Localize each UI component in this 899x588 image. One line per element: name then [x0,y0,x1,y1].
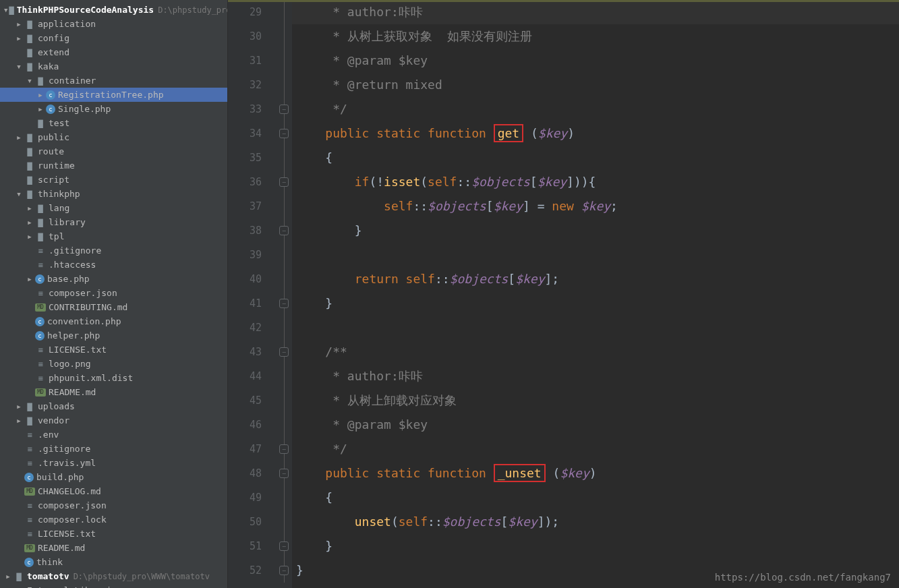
fold-toggle-icon[interactable]: − [279,541,289,551]
code-line[interactable]: self::$objects[$key] = new $key; [292,194,899,218]
tree-item--env[interactable]: ≡.env [0,428,227,442]
tree-item-public[interactable]: ▶▇public [0,130,227,144]
fold-toggle-icon[interactable]: − [279,347,289,357]
tree-item-license-txt[interactable]: ≡LICENSE.txt [0,343,227,357]
tree-item-library[interactable]: ▶▇library [0,215,227,229]
fold-toggle-icon[interactable]: − [279,299,289,308]
code-line[interactable]: } [292,291,899,316]
tree-item-changelog-md[interactable]: MDCHANGELOG.md [0,484,227,498]
tree-item-script[interactable]: ▇script [0,173,227,187]
folder-icon: ▇ [24,161,35,171]
tree-item-route[interactable]: ▇route [0,144,227,158]
tree-item--gitignore[interactable]: ≡.gitignore [0,442,227,456]
tree-item-single-php[interactable]: ▶cSingle.php [0,102,227,116]
code-line[interactable]: /** [292,340,899,364]
tree-item-think[interactable]: cthink [0,555,227,569]
tree-item-config[interactable]: ▶▇config [0,31,227,45]
php-file-icon: c [35,317,45,326]
tree-item-readme-md[interactable]: MDREADME.md [0,541,227,555]
expand-arrow-icon[interactable]: ▶ [15,403,23,410]
expand-arrow-icon[interactable]: ▶ [4,573,12,580]
fold-toggle-icon[interactable]: − [279,469,289,478]
code-editor[interactable]: 2930313233343536373839404142434445464748… [228,0,899,588]
tree-item-phpunit-xml-dist[interactable]: ≡phpunit.xml.dist [0,371,227,385]
code-line[interactable]: * @return mixed [292,73,899,97]
tree-item-extend[interactable]: ▇extend [0,45,227,59]
code-line[interactable]: * author:咔咔 [292,0,899,24]
tree-item-registrationtree-php[interactable]: ▶cRegistrationTree.php [0,88,227,102]
expand-arrow-icon[interactable]: ▶ [15,417,23,424]
tree-item-logo-png[interactable]: ≡logo.png [0,357,227,371]
tree-item-composer-json[interactable]: ≡composer.json [0,498,227,512]
fold-toggle-icon[interactable]: − [279,177,289,187]
expand-arrow-icon[interactable]: ▼ [26,78,34,84]
code-line[interactable]: return self::$objects[$key]; [292,267,899,291]
fold-toggle-icon[interactable]: − [279,129,289,138]
tree-item-helper-php[interactable]: chelper.php [0,328,227,343]
md-file-icon: MD [24,544,35,552]
tree-item-license-txt[interactable]: ≡LICENSE.txt [0,527,227,541]
tree-item--travis-yml[interactable]: ≡.travis.yml [0,456,227,470]
expand-arrow-icon[interactable]: ▶ [36,92,45,98]
tree-item-convention-php[interactable]: cconvention.php [0,314,227,328]
code-line[interactable]: * @param $key [292,413,899,437]
tree-item-tomatotv[interactable]: ▶▇tomatotvD:\phpstudy_pro\WWW\tomatotv [0,569,227,583]
tree-item-thinkphp[interactable]: ▼▇thinkphp [0,187,227,201]
code-line[interactable]: public static function _unset ($key) [292,461,899,486]
tree-item-label: helper.php [47,330,100,341]
tree-item-runtime[interactable]: ▇runtime [0,158,227,173]
expand-arrow-icon[interactable]: ▶ [15,21,23,28]
tree-item-base-php[interactable]: ▶cbase.php [0,272,227,286]
tree-item-readme-md[interactable]: MDREADME.md [0,385,227,399]
tree-item-application[interactable]: ▶▇application [0,17,227,31]
tree-item-label: .travis.yml [38,458,96,468]
tree-item-composer-lock[interactable]: ≡composer.lock [0,512,227,527]
expand-arrow-icon[interactable]: ▶ [36,106,45,113]
fold-toggle-icon[interactable]: − [279,566,289,575]
tree-item-lang[interactable]: ▶▇lang [0,201,227,215]
folder-icon: ▇ [9,5,13,15]
expand-arrow-icon[interactable]: ▼ [15,191,23,198]
expand-arrow-icon[interactable]: ▼ [4,7,7,13]
code-area[interactable]: * author:咔咔 * 从树上获取对象 如果没有则注册 * @param $… [292,0,899,588]
tree-item-kaka[interactable]: ▼▇kaka [0,59,227,74]
code-line[interactable]: * @param $key [292,49,899,73]
code-line[interactable]: } [292,534,899,558]
code-line[interactable]: { [292,146,899,170]
code-line[interactable]: public static function get ($key) [292,121,899,146]
tree-item-vendor[interactable]: ▶▇vendor [0,413,227,428]
tree-item-uploads[interactable]: ▶▇uploads [0,399,227,413]
code-line[interactable] [292,243,899,267]
tree-item-external-libraries[interactable]: ▶⊞External Libraries [0,583,227,588]
expand-arrow-icon[interactable]: ▼ [15,63,23,70]
tree-item-tpl[interactable]: ▶▇tpl [0,229,227,243]
fold-toggle-icon[interactable]: − [279,444,289,454]
tree-item-test[interactable]: ▇test [0,116,227,130]
code-line[interactable]: unset(self::$objects[$key]); [292,510,899,534]
tree-item-build-php[interactable]: cbuild.php [0,470,227,484]
expand-arrow-icon[interactable]: ▶ [26,219,34,226]
code-line[interactable]: */ [292,437,899,461]
code-line[interactable] [292,316,899,340]
code-line[interactable]: * author:咔咔 [292,364,899,388]
code-line[interactable]: if(!isset(self::$objects[$key])){ [292,170,899,194]
expand-arrow-icon[interactable]: ▶ [26,205,34,212]
fold-toggle-icon[interactable]: − [279,226,289,235]
code-line[interactable]: * 从树上卸载对应对象 [292,388,899,413]
fold-toggle-icon[interactable]: − [279,105,289,114]
code-line[interactable]: * 从树上获取对象 如果没有则注册 [292,24,899,49]
expand-arrow-icon[interactable]: ▶ [26,233,34,240]
tree-item--htaccess[interactable]: ≡.htaccess [0,258,227,272]
code-line[interactable]: } [292,218,899,243]
code-line[interactable]: */ [292,97,899,121]
expand-arrow-icon[interactable]: ▶ [15,35,23,42]
project-tree[interactable]: ▼▇ThinkPHPSourceCodeAnalysisD:\phpstudy_… [0,0,228,588]
code-line[interactable]: { [292,486,899,510]
tree-item-container[interactable]: ▼▇container [0,74,227,88]
tree-item-thinkphpsourcecodeanalysis[interactable]: ▼▇ThinkPHPSourceCodeAnalysisD:\phpstudy_… [0,3,227,17]
tree-item-contributing-md[interactable]: MDCONTRIBUTING.md [0,300,227,314]
expand-arrow-icon[interactable]: ▶ [26,276,34,283]
expand-arrow-icon[interactable]: ▶ [15,134,23,141]
tree-item--gitignore[interactable]: ≡.gitignore [0,243,227,258]
tree-item-composer-json[interactable]: ≡composer.json [0,286,227,300]
